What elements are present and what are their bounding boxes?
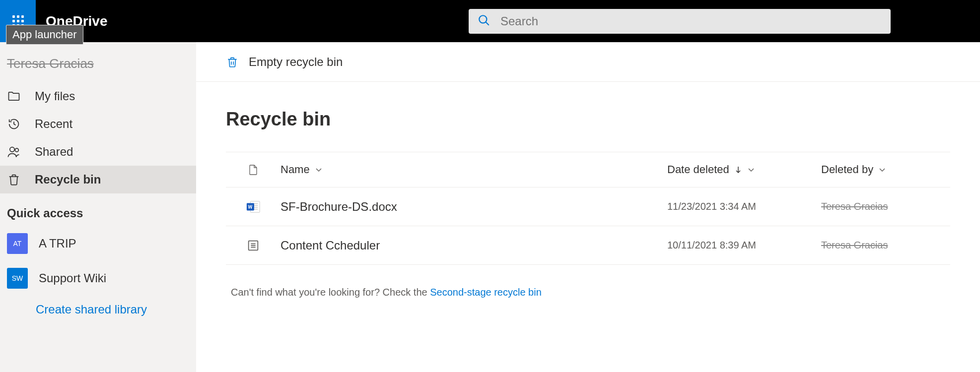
column-label: Date deleted <box>667 163 729 176</box>
site-badge: AT <box>7 233 28 254</box>
table-header: Name Date deleted Deleted by <box>226 152 950 187</box>
toolbar-label: Empty recycle bin <box>249 55 343 69</box>
column-label: Name <box>280 163 310 176</box>
table-row[interactable]: Content Ccheduler 10/11/2021 8:39 AM Ter… <box>226 226 950 265</box>
chevron-down-icon <box>747 166 755 174</box>
column-header-name[interactable]: Name <box>280 163 667 176</box>
trash-icon <box>7 173 21 186</box>
site-badge: SW <box>7 268 28 289</box>
search-box[interactable] <box>469 9 891 34</box>
svg-point-3 <box>15 148 18 152</box>
file-date-deleted: 10/11/2021 8:39 AM <box>667 240 821 251</box>
quick-access-label: A TRIP <box>39 237 76 250</box>
chevron-down-icon <box>315 166 323 174</box>
quick-access-item-atrip[interactable]: AT A TRIP <box>0 226 196 261</box>
footer-prefix: Can't find what you're looking for? Chec… <box>231 287 430 298</box>
file-name: SF-Brochure-DS.docx <box>280 200 667 214</box>
column-label: Deleted by <box>821 163 873 176</box>
clock-icon <box>7 117 21 131</box>
sidebar-item-label: Recycle bin <box>35 173 101 186</box>
user-name: Teresa Gracias <box>0 51 196 82</box>
empty-recycle-bin-button[interactable]: Empty recycle bin <box>226 55 343 69</box>
quick-access-header: Quick access <box>0 193 196 226</box>
sidebar-item-recent[interactable]: Recent <box>0 110 196 138</box>
search-container <box>469 9 891 34</box>
svg-point-2 <box>10 147 14 152</box>
people-icon <box>7 145 21 159</box>
folder-icon <box>7 89 21 103</box>
sidebar-item-myfiles[interactable]: My files <box>0 82 196 110</box>
quick-access-item-supportwiki[interactable]: SW Support Wiki <box>0 261 196 296</box>
sidebar-item-label: Shared <box>35 145 73 159</box>
list-icon <box>246 239 260 252</box>
word-icon <box>246 199 261 214</box>
trash-icon <box>226 56 239 68</box>
table-row[interactable]: SF-Brochure-DS.docx 11/23/2021 3:34 AM T… <box>226 187 950 226</box>
column-header-type[interactable] <box>226 163 280 177</box>
app-header: OneDrive App launcher <box>0 0 980 42</box>
footer-text: Can't find what you're looking for? Chec… <box>196 265 980 298</box>
sidebar-item-shared[interactable]: Shared <box>0 138 196 166</box>
file-icon <box>247 163 259 177</box>
column-header-date-deleted[interactable]: Date deleted <box>667 163 821 176</box>
file-type-icon <box>226 199 280 214</box>
chevron-down-icon <box>878 166 886 174</box>
svg-line-1 <box>486 22 489 25</box>
svg-point-0 <box>479 15 487 23</box>
file-table: Name Date deleted Deleted by <box>196 152 980 265</box>
sidebar-item-label: Recent <box>35 117 72 131</box>
create-shared-library-link[interactable]: Create shared library <box>0 296 196 323</box>
file-date-deleted: 11/23/2021 3:34 AM <box>667 201 821 212</box>
sidebar-item-recyclebin[interactable]: Recycle bin <box>0 166 196 193</box>
file-type-icon <box>226 239 280 252</box>
file-deleted-by: Teresa Gracias <box>821 240 950 251</box>
main-content: Empty recycle bin Recycle bin Name Date … <box>196 42 980 372</box>
toolbar: Empty recycle bin <box>196 42 980 82</box>
quick-access-label: Support Wiki <box>39 271 106 285</box>
page-title: Recycle bin <box>196 82 980 152</box>
sidebar: Teresa Gracias My files Recent Shared Re… <box>0 42 196 372</box>
file-name: Content Ccheduler <box>280 239 667 252</box>
sidebar-item-label: My files <box>35 89 75 103</box>
file-deleted-by: Teresa Gracias <box>821 201 950 212</box>
second-stage-recycle-bin-link[interactable]: Second-stage recycle bin <box>430 287 542 298</box>
sort-descending-icon <box>734 165 742 174</box>
search-icon <box>478 14 490 29</box>
app-launcher-tooltip: App launcher <box>6 25 83 45</box>
search-input[interactable] <box>500 14 882 28</box>
column-header-deleted-by[interactable]: Deleted by <box>821 163 950 176</box>
